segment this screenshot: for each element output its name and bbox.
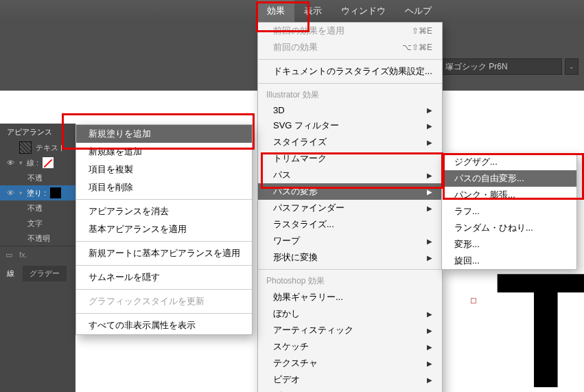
appearance-item-text[interactable]: テキスト: [0, 140, 75, 155]
submenu-arrow-icon: ▶: [427, 139, 432, 146]
menu-document-raster-settings[interactable]: ドキュメントのラスタライズ効果設定...: [258, 63, 442, 80]
submenu-arrow-icon: ▶: [427, 172, 432, 179]
menu-path[interactable]: パス▶: [258, 167, 442, 183]
font-family-name[interactable]: 塚ゴシック Pr6N: [439, 58, 562, 75]
submenu-arrow-icon: ▶: [427, 310, 432, 318]
menu-convert-to-shape[interactable]: 形状に変換▶: [258, 249, 442, 266]
menu-svg-filters[interactable]: SVG フィルター▶: [258, 117, 442, 134]
submenu-arrow-icon: ▶: [427, 188, 432, 196]
submenu-roughen[interactable]: ラフ...: [442, 203, 576, 220]
menu-view[interactable]: 表示: [294, 0, 331, 22]
tab-gradient[interactable]: グラデー: [23, 266, 67, 281]
submenu-zigzag[interactable]: ジグザグ...: [442, 154, 576, 170]
appearance-panel-footer: ▭ fx.: [0, 246, 75, 263]
stroke-swatch-icon[interactable]: [43, 157, 54, 168]
menu-reduce-to-basic-appearance[interactable]: 基本アピアランスを適用: [76, 220, 252, 238]
menu-texture[interactable]: テクスチャ▶: [258, 355, 442, 371]
submenu-arrow-icon: ▶: [427, 327, 432, 334]
submenu-tweak[interactable]: ランダム・ひねり...: [442, 220, 576, 236]
text-swatch-icon: [19, 141, 32, 154]
appearance-item-label: 文字: [27, 218, 43, 229]
visibility-icon[interactable]: 👁: [5, 189, 15, 197]
submenu-arrow-icon: ▶: [427, 122, 432, 130]
section-photoshop-effects: Photoshop 効果: [258, 273, 442, 289]
menu-separator: [76, 313, 252, 314]
appearance-item-label: 不透明: [27, 233, 50, 244]
menu-pathfinder[interactable]: パスファインダー▶: [258, 200, 442, 216]
menu-show-all-hidden-attributes[interactable]: すべての非表示属性を表示: [76, 316, 252, 334]
menu-separator: [258, 83, 442, 84]
chevron-down-icon[interactable]: ▾: [19, 189, 23, 196]
distort-transform-submenu: ジグザグ... パスの自由変形... パンク・膨張... ラフ... ランダム・…: [441, 153, 577, 270]
menu-hide-thumbnails[interactable]: サムネールを隠す: [76, 268, 252, 286]
appearance-item-label: 不透: [27, 203, 43, 214]
menu-effect-gallery[interactable]: 効果ギャラリー...: [258, 289, 442, 305]
menu-artistic[interactable]: アーティスティック▶: [258, 322, 442, 338]
menu-distort-and-transform[interactable]: パスの変形▶: [258, 183, 442, 200]
menu-clear-appearance[interactable]: アピアランスを消去: [76, 203, 252, 220]
menu-rasterize[interactable]: ラスタライズ...: [258, 216, 442, 233]
lower-panel-tabs: 線 グラデー: [0, 266, 75, 281]
chevron-down-icon[interactable]: ▾: [19, 159, 23, 166]
menu-pixelate[interactable]: ピクセレート▶: [258, 388, 442, 392]
submenu-arrow-icon: ▶: [427, 343, 432, 351]
appearance-panel: アピアランス テキスト 👁 ▾ 線 : 不透 👁 ▾ 塗り : 不透 文字 不透…: [0, 124, 75, 392]
menu-help[interactable]: ヘルプ: [395, 0, 441, 22]
submenu-arrow-icon: ▶: [427, 254, 432, 262]
submenu-free-distort[interactable]: パスの自由変形...: [442, 170, 576, 187]
fill-swatch-icon[interactable]: [50, 187, 61, 198]
appearance-item-fill[interactable]: 👁 ▾ 塗り :: [0, 185, 75, 200]
appearance-item-label: 不透: [27, 173, 43, 183]
menu-video[interactable]: ビデオ▶: [258, 371, 442, 388]
appearance-item-stroke[interactable]: 👁 ▾ 線 :: [0, 155, 75, 170]
menu-warp[interactable]: ワープ▶: [258, 233, 442, 249]
submenu-arrow-icon: ▶: [427, 106, 432, 114]
menu-apply-last-effect: 前回の効果を適用 ⇧⌘E: [258, 23, 442, 39]
submenu-pucker-bloat[interactable]: パンク・膨張...: [442, 187, 576, 203]
submenu-twist[interactable]: 旋回...: [442, 253, 576, 269]
submenu-arrow-icon: ▶: [427, 205, 432, 212]
appearance-item-opacity[interactable]: 不透明: [0, 231, 75, 246]
appearance-item-label: 線 :: [27, 158, 38, 168]
font-dropdown-icon[interactable]: ⌄: [565, 58, 579, 75]
font-family-control[interactable]: 塚ゴシック Pr6N ⌄: [439, 58, 579, 76]
menu-sketch[interactable]: スケッチ▶: [258, 338, 442, 355]
rect-icon[interactable]: ▭: [5, 251, 12, 260]
menu-add-new-fill[interactable]: 新規塗りを追加: [76, 125, 252, 143]
submenu-arrow-icon: ▶: [427, 376, 432, 384]
tab-line[interactable]: 線: [0, 266, 21, 281]
shortcut-label: ⌥⇧⌘E: [402, 43, 432, 52]
appearance-item-opacity[interactable]: 不透: [0, 170, 75, 185]
menubar: 効果 表示 ウィンドウ ヘルプ: [0, 0, 584, 22]
menu-3d[interactable]: 3D▶: [258, 103, 442, 117]
menu-add-new-stroke[interactable]: 新規線を追加: [76, 143, 252, 161]
menu-separator: [76, 265, 252, 266]
menu-duplicate-item[interactable]: 項目を複製: [76, 161, 252, 178]
visibility-icon[interactable]: 👁: [5, 159, 15, 167]
appearance-panel-title: アピアランス: [0, 124, 75, 140]
menu-stylize[interactable]: スタイライズ▶: [258, 134, 442, 150]
fx-button[interactable]: fx.: [19, 251, 27, 259]
menu-separator: [258, 269, 442, 270]
section-illustrator-effects: Illustrator 効果: [258, 87, 442, 103]
menu-separator: [76, 289, 252, 290]
appearance-item-label: テキスト: [36, 143, 66, 153]
appearance-item-label: 塗り :: [27, 188, 46, 198]
appearance-flyout-menu: 新規塗りを追加 新規線を追加 項目を複製 項目を削除 アピアランスを消去 基本ア…: [75, 124, 253, 335]
submenu-transform[interactable]: 変形...: [442, 236, 576, 253]
menu-separator: [76, 199, 252, 200]
menu-remove-item[interactable]: 項目を削除: [76, 178, 252, 196]
menu-window[interactable]: ウィンドウ: [331, 0, 395, 22]
menu-last-effect: 前回の効果 ⌥⇧⌘E: [258, 39, 442, 56]
menu-blur[interactable]: ぼかし▶: [258, 305, 442, 322]
menu-separator: [76, 241, 252, 242]
appearance-item-characters[interactable]: 文字: [0, 216, 75, 231]
shortcut-label: ⇧⌘E: [412, 26, 432, 36]
effect-menu-dropdown: 前回の効果を適用 ⇧⌘E 前回の効果 ⌥⇧⌘E ドキュメントのラスタライズ効果設…: [257, 22, 443, 392]
appearance-item-opacity[interactable]: 不透: [0, 200, 75, 216]
menu-separator: [258, 59, 442, 60]
menu-new-art-basic-appearance[interactable]: 新規アートに基本アピアランスを適用: [76, 244, 252, 262]
anchor-point-icon: [471, 298, 476, 303]
menu-crop-marks[interactable]: トリムマーク: [258, 150, 442, 167]
menu-effect[interactable]: 効果: [257, 0, 294, 22]
